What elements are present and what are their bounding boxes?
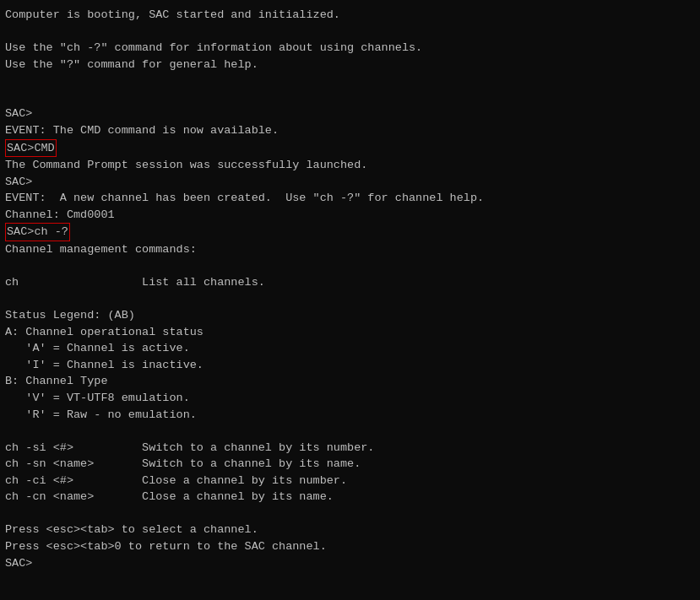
terminal-blank-line <box>5 291 695 308</box>
terminal-text-line: ch -si <#> Switch to a channel by its nu… <box>5 440 695 457</box>
terminal-text-line: 'A' = Channel is active. <box>5 340 695 357</box>
terminal-text-line: SAC> <box>5 555 695 572</box>
terminal-blank-line <box>5 505 695 522</box>
terminal-text-line: ch List all channels. <box>5 274 695 291</box>
terminal-highlighted-command: SAC>CMD <box>5 139 57 158</box>
terminal-blank-line <box>5 24 695 41</box>
terminal-text-line: Channel management commands: <box>5 241 695 258</box>
terminal-text-line: ch -sn <name> Switch to a channel by its… <box>5 456 695 473</box>
terminal-blank-line <box>5 89 695 106</box>
terminal-window[interactable]: Computer is booting, SAC started and ini… <box>5 7 695 593</box>
terminal-text-line: A: Channel operational status <box>5 324 695 341</box>
terminal-text-line: ch -cn <name> Close a channel by its nam… <box>5 489 695 505</box>
terminal-highlighted-command: SAC>ch -? <box>5 223 70 241</box>
terminal-text-line: 'R' = Raw - no emulation. <box>5 407 695 424</box>
terminal-text-line: Channel: Cmd0001 <box>5 207 695 224</box>
terminal-highlighted-line: SAC>ch -? <box>5 223 695 241</box>
terminal-blank-line <box>5 257 695 274</box>
terminal-text-line: EVENT: A new channel has been created. U… <box>5 190 695 207</box>
terminal-text-line: Use the "ch -?" command for information … <box>5 40 695 57</box>
terminal-text-line: Use the "?" command for general help. <box>5 57 695 73</box>
terminal-text-line: 'I' = Channel is inactive. <box>5 357 695 374</box>
terminal-highlighted-line: SAC>CMD <box>5 139 695 158</box>
terminal-text-line: Press <esc><tab> to select a channel. <box>5 522 695 538</box>
terminal-text-line: SAC> <box>5 105 695 122</box>
terminal-text-line: Press <esc><tab>0 to return to the SAC c… <box>5 538 695 555</box>
terminal-text-line: ch -ci <#> Close a channel by its number… <box>5 473 695 489</box>
terminal-blank-line <box>5 73 695 89</box>
terminal-text-line: SAC> <box>5 174 695 191</box>
terminal-text-line: The Command Prompt session was successfu… <box>5 157 695 174</box>
terminal-text-line: Status Legend: (AB) <box>5 307 695 324</box>
terminal-text-line: 'V' = VT-UTF8 emulation. <box>5 390 695 407</box>
terminal-text-line: B: Channel Type <box>5 373 695 390</box>
terminal-text-line: Computer is booting, SAC started and ini… <box>5 7 695 24</box>
terminal-text-line: EVENT: The CMD command is now available. <box>5 122 695 139</box>
terminal-blank-line <box>5 423 695 440</box>
